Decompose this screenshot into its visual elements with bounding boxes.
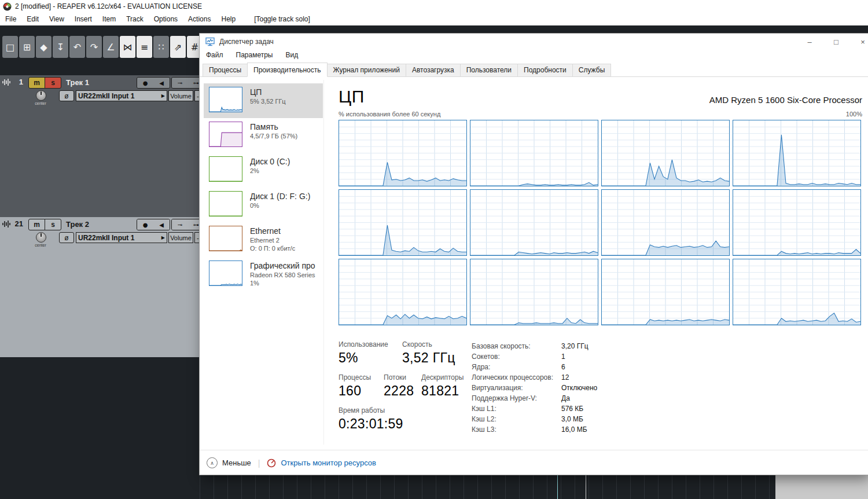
- sidebar-thumbnail-cpu: [209, 87, 242, 112]
- tm-menu-параметры[interactable]: Параметры: [230, 51, 279, 63]
- arrange-empty-area: [775, 475, 868, 499]
- pan-knob[interactable]: [36, 232, 46, 243]
- ripple-edit-icon: ∷: [158, 42, 164, 53]
- tab-пользователи[interactable]: Пользователи: [460, 64, 518, 77]
- toolbar-button[interactable]: ↧: [53, 36, 68, 58]
- tab-производительность[interactable]: Производительность: [247, 63, 327, 77]
- reaper-menu-edit[interactable]: Edit: [21, 15, 44, 23]
- sidebar-item-detail: 4,5/7,9 ГБ (57%): [250, 133, 297, 140]
- toolbar-button[interactable]: ↶: [69, 36, 85, 58]
- core-graph-cpu-6: [601, 189, 730, 256]
- tm-window-title: Диспетчер задач: [219, 38, 274, 46]
- footer-divider: |: [258, 458, 260, 468]
- phase-button[interactable]: ø: [59, 232, 74, 243]
- stat-value: 160: [339, 383, 384, 399]
- reaper-arrange-view[interactable]: [200, 475, 868, 499]
- solo-button[interactable]: s: [45, 77, 61, 89]
- spec-value: 576 КБ: [561, 403, 583, 414]
- volume-label[interactable]: Volume: [168, 232, 193, 243]
- tab-службы[interactable]: Службы: [572, 64, 611, 77]
- new-project-icon: □: [6, 42, 14, 53]
- route-send-button[interactable]: ⊸: [172, 219, 188, 230]
- toolbar-button[interactable]: ≡: [137, 36, 152, 58]
- sidebar-item-detail: Radeon RX 580 Series: [250, 271, 315, 278]
- record-arm-button[interactable]: ●: [137, 78, 153, 88]
- toolbar-button[interactable]: ◆: [36, 36, 52, 58]
- stat-использование: Использование5%: [339, 340, 402, 366]
- reaper-menu-toggletracksolo[interactable]: [Toggle track solo]: [249, 15, 315, 23]
- reaper-menu-view[interactable]: View: [44, 15, 69, 23]
- chevron-right-icon: ▶: [161, 93, 165, 98]
- pan-label: center: [29, 101, 52, 105]
- spec-label: Кэш L2:: [472, 414, 561, 424]
- monitor-button[interactable]: ◀: [153, 78, 170, 88]
- tab-автозагрузка[interactable]: Автозагрузка: [406, 64, 461, 77]
- reaper-menu-file[interactable]: File: [0, 15, 21, 23]
- tm-menu-файл[interactable]: Файл: [200, 51, 230, 63]
- undo-icon: ↶: [73, 42, 81, 53]
- sidebar-item-disk[interactable]: Диск 1 (D: F: G:)0%: [204, 188, 323, 222]
- reaper-menu-track[interactable]: Track: [121, 15, 149, 23]
- sidebar-item-cpu[interactable]: ЦП5% 3,52 ГГц: [204, 83, 323, 118]
- toolbar-button[interactable]: ∷: [153, 36, 169, 58]
- monitor-button[interactable]: ◀: [153, 219, 170, 230]
- minimize-button[interactable]: –: [796, 34, 823, 50]
- reaper-menu-actions[interactable]: Actions: [183, 15, 216, 23]
- reaper-menu-options[interactable]: Options: [149, 15, 183, 23]
- sidebar-item-disk[interactable]: Диск 0 (C:)2%: [204, 153, 323, 188]
- mute-button[interactable]: m: [28, 77, 45, 89]
- track-number: 1: [7, 78, 23, 86]
- toolbar-button[interactable]: ⋈: [120, 36, 135, 58]
- track-name[interactable]: Трек 2: [66, 220, 89, 229]
- spec-value: 3,20 ГГц: [561, 341, 589, 351]
- tm-menu-вид[interactable]: Вид: [279, 51, 304, 63]
- chevron-right-icon: ▶: [161, 235, 165, 240]
- spec-row: Поддержка Hyper-V:Да: [472, 393, 715, 403]
- tm-titlebar[interactable]: Диспетчер задач – □ ×: [200, 34, 868, 50]
- solo-button[interactable]: s: [45, 219, 61, 230]
- core-graph-cpu-7: [733, 189, 861, 256]
- toolbar-button[interactable]: ⊞: [19, 36, 35, 58]
- toolbar-button[interactable]: □: [2, 36, 18, 58]
- redo-icon: ↷: [90, 42, 98, 53]
- toolbar-button[interactable]: ↷: [86, 36, 102, 58]
- reaper-menu-help[interactable]: Help: [216, 15, 241, 23]
- reaper-menu-item[interactable]: Item: [97, 15, 121, 23]
- stat-label: Потоки: [384, 373, 421, 381]
- sidebar-item-title: Ethernet: [250, 226, 295, 236]
- tab-процессы[interactable]: Процессы: [203, 64, 248, 77]
- cpu-processor-name: AMD Ryzen 5 1600 Six-Core Processor: [570, 95, 862, 105]
- pan-knob[interactable]: [36, 90, 46, 101]
- record-arm-button[interactable]: ●: [137, 219, 153, 230]
- tab-подробности[interactable]: Подробности: [517, 64, 573, 77]
- sidebar-item-eth[interactable]: EthernetEthernet 2О: 0 П: 0 кбит/с: [204, 222, 323, 257]
- maximize-button[interactable]: □: [823, 34, 849, 50]
- track-panel-2[interactable]: 21 m s Трек 2 ● ◀ ⊸ ⊶ center ø UR22mkII …: [0, 217, 200, 357]
- sidebar-item-gpu[interactable]: Графический проRadeon RX 580 Series1%: [204, 257, 323, 292]
- toolbar-button[interactable]: ⇗: [170, 36, 186, 58]
- track-name[interactable]: Трек 1: [66, 78, 89, 87]
- close-button[interactable]: ×: [849, 34, 868, 50]
- stat-value: 2228: [384, 383, 421, 399]
- reaper-menu-insert[interactable]: Insert: [69, 15, 97, 23]
- volume-label[interactable]: Volume: [168, 90, 193, 101]
- route-send-button[interactable]: ⊸: [172, 78, 188, 88]
- toolbar-button[interactable]: ∠: [103, 36, 119, 58]
- spec-label: Виртуализация:: [472, 383, 561, 393]
- less-button[interactable]: Меньше: [222, 458, 251, 467]
- grid-line: [586, 475, 586, 499]
- tab-журнал-приложений[interactable]: Журнал приложений: [327, 64, 406, 77]
- sidebar-item-mem[interactable]: Память4,5/7,9 ГБ (57%): [204, 118, 323, 153]
- spec-value: 6: [561, 362, 565, 372]
- open-resource-monitor-link[interactable]: Открыть монитор ресурсов: [281, 458, 376, 467]
- sidebar-thumbnail-gpu: [209, 260, 242, 286]
- track-panel-1[interactable]: 1 m s Трек 1 ● ◀ ⊸ ⊶ center ø UR22mkII I…: [0, 75, 200, 217]
- spec-label: Ядра:: [472, 362, 561, 372]
- input-selector[interactable]: UR22mkII Input 1 ▶: [76, 232, 167, 243]
- chevron-up-circle-icon[interactable]: ∧: [207, 457, 218, 468]
- input-selector[interactable]: UR22mkII Input 1 ▶: [76, 90, 167, 101]
- graph-caption: % использования более 60 секунд: [339, 111, 440, 118]
- resource-monitor-icon: [267, 458, 276, 468]
- phase-button[interactable]: ø: [59, 90, 74, 101]
- mute-button[interactable]: m: [28, 219, 45, 230]
